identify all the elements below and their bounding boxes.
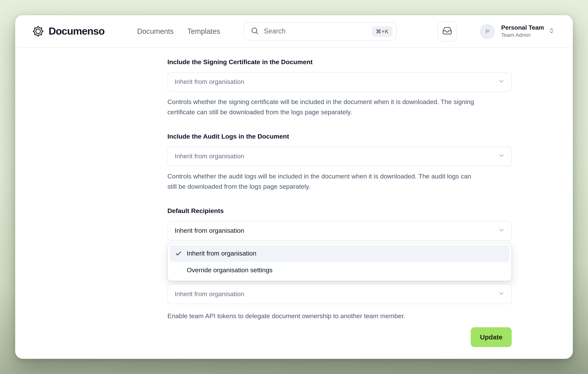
app-header: Documenso Documents Templates Search ⌘+K <box>15 15 573 48</box>
option-label: Inherit from organisation <box>187 250 256 257</box>
main-card: Documenso Documents Templates Search ⌘+K <box>15 15 573 359</box>
search-placeholder: Search <box>264 27 372 35</box>
field-label: Default Recipients <box>168 207 512 216</box>
field-label: Include the Audit Logs in the Document <box>168 132 512 141</box>
team-avatar: P <box>480 24 495 39</box>
api-tokens-select[interactable]: Inherit from organisation <box>168 284 512 304</box>
check-icon <box>175 250 182 257</box>
team-role: Team Admin <box>501 32 544 39</box>
audit-logs-select[interactable]: Inherit from organisation <box>168 147 512 166</box>
search-icon <box>251 26 259 36</box>
chevron-down-icon <box>498 290 505 299</box>
brand-logo[interactable]: Documenso <box>32 25 105 37</box>
brand-name: Documenso <box>49 25 105 37</box>
select-value: Inherit from organisation <box>175 153 244 160</box>
chevron-down-icon <box>498 227 505 235</box>
dropdown-option-override[interactable]: Override organisation settings <box>170 262 509 279</box>
default-recipients-select[interactable]: Inherit from organisation <box>168 221 512 241</box>
signing-certificate-select[interactable]: Inherit from organisation <box>168 72 512 92</box>
select-value: Inherit from organisation <box>175 290 244 298</box>
field-signing-certificate: Include the Signing Certificate in the D… <box>168 58 512 117</box>
option-label: Override organisation settings <box>187 267 273 274</box>
field-default-recipients: Default Recipients Inherit from organisa… <box>168 207 512 241</box>
field-audit-logs: Include the Audit Logs in the Document I… <box>168 132 512 192</box>
form-footer: Update <box>168 327 512 347</box>
inbox-icon <box>442 26 452 37</box>
nav-documents[interactable]: Documents <box>137 27 174 35</box>
team-name: Personal Team <box>501 24 544 32</box>
inbox-button[interactable] <box>438 21 457 41</box>
search-shortcut-badge: ⌘+K <box>372 26 392 37</box>
select-value: Inherit from organisation <box>175 78 244 86</box>
team-switcher[interactable]: P Personal Team Team Admin <box>480 24 555 39</box>
field-description: Controls whether the audit logs will be … <box>168 171 481 192</box>
search-input[interactable]: Search ⌘+K <box>244 22 397 41</box>
field-description: Enable team API tokens to delegate docum… <box>168 311 512 321</box>
chevron-down-icon <box>498 78 505 86</box>
documenso-seal-icon <box>32 25 44 37</box>
update-button[interactable]: Update <box>471 327 512 347</box>
field-api-tokens: Inherit from organisation Enable team AP… <box>168 284 512 321</box>
page: Documenso Documents Templates Search ⌘+K <box>0 0 588 374</box>
chevron-down-icon <box>498 152 505 160</box>
nav-templates[interactable]: Templates <box>187 27 220 35</box>
field-description: Controls whether the signing certificate… <box>168 97 494 117</box>
chevrons-up-down-icon <box>548 28 555 35</box>
team-preferences-form: Include the Signing Certificate in the D… <box>15 48 573 347</box>
dropdown-option-inherit[interactable]: Inherit from organisation <box>170 245 509 262</box>
select-dropdown-popover: Inherit from organisation Override organ… <box>168 243 512 281</box>
select-value: Inherit from organisation <box>175 227 244 235</box>
main-nav: Documents Templates <box>137 27 220 35</box>
field-label: Include the Signing Certificate in the D… <box>168 58 512 67</box>
